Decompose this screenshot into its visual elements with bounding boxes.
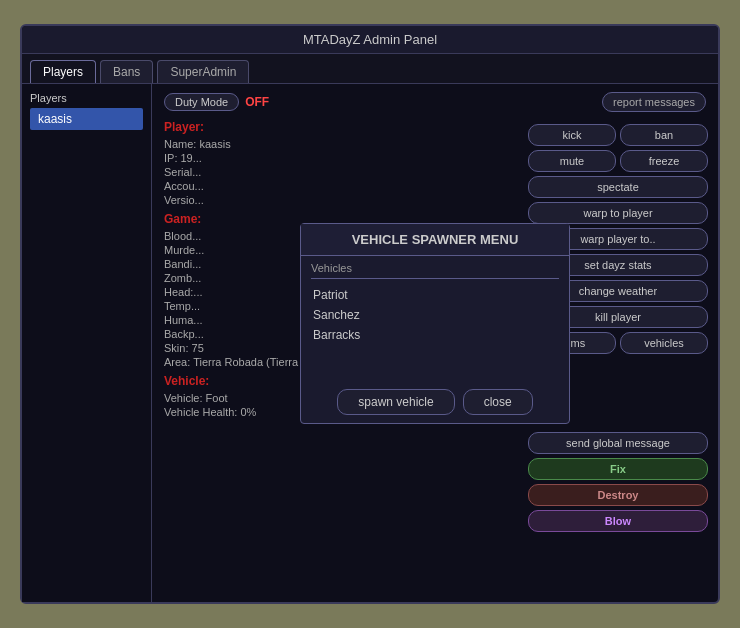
send-global-row: send global message: [528, 432, 708, 454]
kick-ban-row: kick ban: [528, 124, 708, 146]
spectate-button[interactable]: spectate: [528, 176, 708, 198]
close-modal-button[interactable]: close: [463, 389, 533, 415]
admin-panel: MTADayZ Admin Panel Players Bans SuperAd…: [20, 24, 720, 604]
modal-title: VEHICLE SPAWNER MENU: [301, 224, 569, 256]
destroy-row: Destroy: [528, 484, 708, 506]
panel-title: MTADayZ Admin Panel: [22, 26, 718, 54]
send-global-message-button[interactable]: send global message: [528, 432, 708, 454]
mute-freeze-row: mute freeze: [528, 150, 708, 172]
vehicle-list: Patriot Sanchez Barracks: [301, 281, 569, 381]
sidebar-item-kaasis[interactable]: kaasis: [30, 108, 143, 130]
ban-button[interactable]: ban: [620, 124, 708, 146]
warp-to-player-row: warp to player: [528, 202, 708, 224]
tabs-bar: Players Bans SuperAdmin: [22, 54, 718, 84]
duty-status: OFF: [245, 95, 269, 109]
duty-mode-button[interactable]: Duty Mode: [164, 93, 239, 111]
tab-players[interactable]: Players: [30, 60, 96, 83]
freeze-button[interactable]: freeze: [620, 150, 708, 172]
report-messages-button[interactable]: report messages: [602, 92, 706, 112]
modal-footer: spawn vehicle close: [301, 381, 569, 423]
sidebar-label: Players: [30, 92, 143, 104]
spawn-vehicle-button[interactable]: spawn vehicle: [337, 389, 454, 415]
vehicle-list-item-sanchez[interactable]: Sanchez: [311, 305, 559, 325]
sidebar: Players kaasis: [22, 84, 152, 602]
warp-to-player-button[interactable]: warp to player: [528, 202, 708, 224]
spectate-row: spectate: [528, 176, 708, 198]
main-content: Players kaasis Duty Mode OFF report mess…: [22, 84, 718, 602]
vehicle-list-item-patriot[interactable]: Patriot: [311, 285, 559, 305]
kick-button[interactable]: kick: [528, 124, 616, 146]
tab-bans[interactable]: Bans: [100, 60, 153, 83]
modal-vehicles-label: Vehicles: [301, 256, 569, 276]
fix-button[interactable]: Fix: [528, 458, 708, 480]
tab-superadmin[interactable]: SuperAdmin: [157, 60, 249, 83]
blow-button[interactable]: Blow: [528, 510, 708, 532]
modal-divider: [311, 278, 559, 279]
blow-row: Blow: [528, 510, 708, 532]
fix-row: Fix: [528, 458, 708, 480]
vehicle-spawner-modal: VEHICLE SPAWNER MENU Vehicles Patriot Sa…: [300, 223, 570, 424]
top-row: Duty Mode OFF report messages: [164, 92, 706, 112]
mute-button[interactable]: mute: [528, 150, 616, 172]
vehicles-button[interactable]: vehicles: [620, 332, 708, 354]
vehicle-list-item-barracks[interactable]: Barracks: [311, 325, 559, 345]
destroy-button[interactable]: Destroy: [528, 484, 708, 506]
right-panel: Duty Mode OFF report messages Player: Na…: [152, 84, 718, 602]
duty-mode-container: Duty Mode OFF: [164, 93, 269, 111]
